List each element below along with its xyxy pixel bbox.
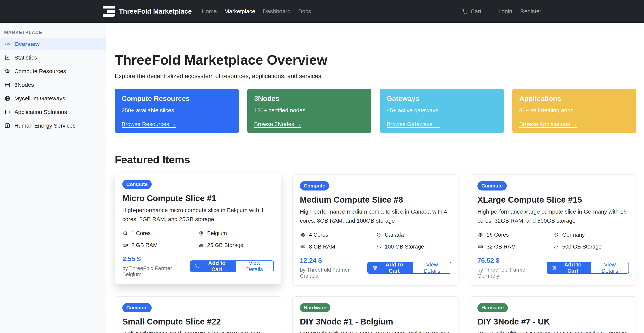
featured-card-diy-3node-belgium: Hardware DIY 3Node #1 - Belgium DIY 3Nod… <box>292 296 459 333</box>
page-subtitle: Explore the decentralized ecosystem of r… <box>115 73 636 79</box>
add-to-cart-label: Add to Cart <box>380 262 408 274</box>
cpu-icon <box>300 232 306 238</box>
cart-plus-icon <box>194 263 200 269</box>
ram-icon <box>478 244 484 250</box>
item-title: Micro Compute Slice #1 <box>122 194 274 203</box>
category-card-title: Applications <box>519 95 630 103</box>
spec-storage-value: 100 GB Storage <box>385 244 424 250</box>
browse-applications-link[interactable]: Browse Applications → <box>519 121 577 127</box>
spec-cores: 16 Cores <box>478 232 553 238</box>
add-to-cart-label: Add to Cart <box>559 262 587 274</box>
featured-card-medium-compute-slice: Compute Medium Compute Slice #8 High-per… <box>292 174 459 286</box>
line-chart-icon <box>4 54 10 61</box>
spec-storage-value: 25 GB Storage <box>207 242 244 248</box>
login-link[interactable]: Login <box>498 8 512 14</box>
spec-ram-value: 8 GB RAM <box>309 244 335 250</box>
navbar-right: Cart Login Register <box>462 8 541 15</box>
category-card-applications: Applications 80+ self-healing apps Brows… <box>512 89 636 133</box>
cart-icon <box>462 8 468 15</box>
spec-grid: 1 Cores Belgium 2 GB RAM 25 GB Storage <box>122 230 274 248</box>
spec-cores: 4 Cores <box>300 232 376 238</box>
sidebar-item-label: Mycelium Gateways <box>14 95 65 102</box>
sidebar-item-mycelium-gateways[interactable]: Mycelium Gateways <box>0 92 106 105</box>
nav-link-marketplace[interactable]: Marketplace <box>224 8 255 14</box>
sidebar-item-compute-resources[interactable]: Compute Resources <box>0 65 106 77</box>
item-description: High-performance small compute slice in … <box>122 329 274 333</box>
featured-card-xlarge-compute-slice: Compute XLarge Compute Slice #15 High-pe… <box>470 174 636 286</box>
price: 76.52 $ <box>478 257 546 264</box>
item-description: High-performance xlarge compute slice in… <box>478 207 629 225</box>
spec-cores: 1 Cores <box>122 230 198 236</box>
location-pin-icon <box>553 232 559 238</box>
spec-grid: 16 Cores Germany 32 GB RAM 500 GB Storag… <box>478 232 629 250</box>
cart-plus-icon <box>551 265 557 271</box>
ram-icon <box>122 242 128 248</box>
cart-plus-icon <box>372 265 378 271</box>
item-title: Small Compute Slice #22 <box>122 317 274 327</box>
add-to-cart-button[interactable]: Add to Cart <box>190 260 236 272</box>
browse-resources-link[interactable]: Browse Resources → <box>122 121 176 127</box>
sidebar-item-application-solutions[interactable]: Application Solutions <box>0 106 106 118</box>
add-to-cart-button[interactable]: Add to Cart <box>546 262 592 274</box>
item-description: DIY 3Node with 8 CPU cores, 96GB RAM, an… <box>478 329 629 333</box>
sidebar-item-3nodes[interactable]: 3Nodes <box>0 79 106 91</box>
sidebar-item-label: Overview <box>14 41 40 47</box>
location-pin-icon <box>376 232 382 238</box>
item-title: XLarge Compute Slice #15 <box>478 195 629 205</box>
featured-card-small-compute-slice: Compute Small Compute Slice #22 High-per… <box>115 296 281 333</box>
cart-button[interactable]: Cart <box>462 8 482 15</box>
category-badge: Hardware <box>478 303 508 313</box>
view-details-button[interactable]: View Details <box>236 260 274 272</box>
add-to-cart-label: Add to Cart <box>203 260 231 273</box>
browse-gateways-link[interactable]: Browse Gateways → <box>387 121 440 127</box>
price: 12.24 $ <box>300 257 368 264</box>
sidebar-item-statistics[interactable]: Statistics <box>0 51 106 64</box>
spec-cores-value: 4 Cores <box>309 232 328 238</box>
featured-grid-row-2: Compute Small Compute Slice #22 High-per… <box>115 296 636 333</box>
nav-link-docs[interactable]: Docs <box>298 8 311 14</box>
nav-link-home[interactable]: Home <box>202 8 217 14</box>
spec-location-value: Canada <box>385 232 404 238</box>
sidebar-item-label: 3Nodes <box>14 82 34 88</box>
item-description: High-performance medium compute slice in… <box>300 207 451 225</box>
item-description: High-performance micro compute slice in … <box>122 206 274 224</box>
price: 2.55 $ <box>122 255 190 263</box>
add-to-cart-button[interactable]: Add to Cart <box>368 262 413 274</box>
category-badge: Compute <box>122 303 152 313</box>
category-badge: Compute <box>300 181 329 191</box>
nav-link-dashboard[interactable]: Dashboard <box>263 8 290 14</box>
cpu-icon <box>4 68 10 74</box>
view-details-button[interactable]: View Details <box>591 262 629 274</box>
spec-location-value: Belgium <box>207 230 227 236</box>
storage-icon <box>376 244 382 250</box>
item-title: DIY 3Node #1 - Belgium <box>300 317 451 327</box>
spec-cores-value: 1 Cores <box>132 230 151 236</box>
spec-storage: 500 GB Storage <box>553 244 629 250</box>
category-badge: Compute <box>478 181 507 191</box>
spec-ram-value: 2 GB RAM <box>132 242 158 248</box>
globe-icon <box>4 95 10 102</box>
sidebar-item-label: Application Solutions <box>14 109 67 115</box>
category-card-title: Gateways <box>387 95 497 103</box>
featured-grid-row-1: Compute Micro Compute Slice #1 High-perf… <box>115 174 636 286</box>
brand[interactable]: ThreeFold Marketplace <box>103 6 192 17</box>
card-footer: 2.55 $ by ThreeFold Farmer Belgium Add t… <box>122 255 274 278</box>
pricing: 2.55 $ by ThreeFold Farmer Belgium <box>122 255 190 278</box>
card-actions: Add to Cart View Details <box>546 262 629 274</box>
spec-ram: 32 GB RAM <box>478 244 553 250</box>
pricing: 12.24 $ by ThreeFold Farmer Canada <box>300 257 368 279</box>
sidebar-item-human-energy-services[interactable]: Human Energy Services <box>0 119 106 132</box>
server-stack-icon <box>4 82 10 88</box>
storage-icon <box>198 242 204 248</box>
view-details-button[interactable]: View Details <box>413 262 451 274</box>
category-card-gateways: Gateways 45+ active gateways Browse Gate… <box>380 89 504 133</box>
register-link[interactable]: Register <box>520 8 541 14</box>
seller: by ThreeFold Farmer Germany <box>478 267 546 279</box>
sidebar-item-label: Compute Resources <box>14 68 66 74</box>
sidebar-item-overview[interactable]: Overview <box>0 38 106 50</box>
featured-items-heading: Featured Items <box>115 153 636 166</box>
spec-ram: 8 GB RAM <box>300 244 376 250</box>
browse-3nodes-link[interactable]: Browse 3Nodes → <box>254 121 302 127</box>
category-card-compute-resources: Compute Resources 250+ available slices … <box>115 89 239 133</box>
cpu-icon <box>478 232 484 238</box>
